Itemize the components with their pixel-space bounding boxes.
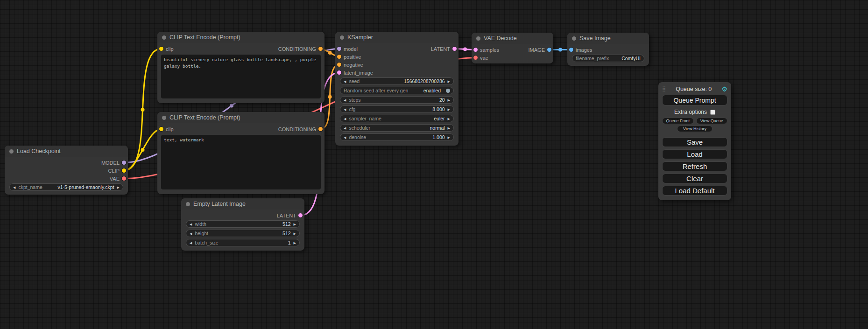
collapse-dot-icon[interactable] [186,202,190,206]
widget-value: enabled [423,88,441,93]
widget-denoise[interactable]: ◀ denoise 1.000 ▶ [340,133,454,141]
view-queue-button[interactable]: View Queue [696,118,728,124]
output-slot-conditioning: CONDITIONING [241,125,325,133]
widget-scheduler[interactable]: ◀ scheduler normal ▶ [340,124,454,132]
collapse-dot-icon[interactable] [162,116,166,120]
node-vae-decode[interactable]: VAE Decode samples IMAGE vae [472,33,553,63]
node-clip-text-encode-positive[interactable]: CLIP Text Encode (Prompt) clip CONDITION… [157,32,325,103]
widget-value: v1-5-pruned-emaonly.ckpt [57,184,114,190]
node-titlebar[interactable]: Load Checkpoint [5,146,128,157]
clear-button[interactable]: Clear [662,174,727,183]
clip-output-port[interactable] [122,168,126,173]
clip-input-port[interactable] [159,127,163,131]
node-titlebar[interactable]: Empty Latent Image [181,198,304,210]
widget-label: denoise [349,134,366,140]
collapse-dot-icon[interactable] [9,149,14,154]
graph-canvas[interactable]: Load Checkpoint MODEL CLIP VAE ◀ ckpt_na… [0,0,868,329]
negative-prompt-textarea[interactable]: text, watermark [161,135,321,189]
queue-prompt-button[interactable]: Queue Prompt [662,95,727,105]
images-input-port[interactable] [569,48,573,52]
node-titlebar[interactable]: CLIP Text Encode (Prompt) [157,112,325,123]
link-clip-to-negative-midpoint-dot [141,148,145,152]
decrement-arrow-icon[interactable]: ◀ [13,186,15,189]
decrement-arrow-icon[interactable]: ◀ [344,98,346,102]
increment-arrow-icon[interactable]: ▶ [448,136,450,139]
increment-arrow-icon[interactable]: ▶ [294,241,296,245]
model-input-port[interactable] [337,47,341,51]
widget-ckpt-name[interactable]: ◀ ckpt_name v1-5-pruned-emaonly.ckpt ▶ [9,183,123,191]
decrement-arrow-icon[interactable]: ◀ [190,232,192,235]
drag-handle-icon[interactable]: ⣿ [662,86,666,92]
increment-arrow-icon[interactable]: ▶ [448,80,450,83]
load-default-button[interactable]: Load Default [662,186,727,196]
decrement-arrow-icon[interactable]: ◀ [344,108,346,111]
extra-options-checkbox[interactable] [710,110,715,115]
increment-arrow-icon[interactable]: ▶ [448,98,450,102]
increment-arrow-icon[interactable]: ▶ [448,117,450,120]
output-slot-clip: CLIP [5,167,128,175]
widget-value: normal [430,125,445,131]
node-titlebar[interactable]: Save Image [567,33,649,44]
widget-width[interactable]: ◀ width 512 ▶ [186,220,300,228]
collapse-dot-icon[interactable] [476,36,480,41]
queue-front-button[interactable]: Queue Front [662,118,694,124]
widget-value: 8.000 [432,106,445,112]
conditioning-output-port[interactable] [318,127,323,131]
node-titlebar[interactable]: KSampler [335,32,459,43]
increment-arrow-icon[interactable]: ▶ [294,232,296,235]
vae-output-port[interactable] [122,176,126,181]
node-save-image[interactable]: Save Image images filename_prefix ComfyU… [567,33,649,66]
decrement-arrow-icon[interactable]: ◀ [190,241,192,245]
widget-filename-prefix[interactable]: filename_prefix ComfyUI [572,55,644,62]
widget-cfg[interactable]: ◀ cfg 8.000 ▶ [340,105,454,113]
samples-input-port[interactable] [473,48,478,52]
model-output-port[interactable] [122,161,126,165]
decrement-arrow-icon[interactable]: ◀ [344,126,346,130]
negative-input-port[interactable] [337,63,341,67]
slot-label: images [576,47,592,53]
refresh-button[interactable]: Refresh [662,161,727,171]
output-slot-latent: LATENT [397,45,459,53]
collapse-dot-icon[interactable] [572,36,576,41]
latent-output-port[interactable] [452,47,457,51]
decrement-arrow-icon[interactable]: ◀ [190,223,192,226]
node-titlebar[interactable]: VAE Decode [472,33,553,44]
widget-random-seed-toggle[interactable]: Random seed after every gen enabled [340,87,454,94]
widget-batch-size[interactable]: ◀ batch_size 1 ▶ [186,239,300,246]
node-load-checkpoint[interactable]: Load Checkpoint MODEL CLIP VAE ◀ ckpt_na… [5,146,128,195]
widget-sampler-name[interactable]: ◀ sampler_name euler ▶ [340,115,454,122]
decrement-arrow-icon[interactable]: ◀ [344,117,346,120]
image-output-port[interactable] [547,48,551,52]
conditioning-output-port[interactable] [318,47,323,51]
increment-arrow-icon[interactable]: ▶ [448,108,450,111]
view-history-button[interactable]: View History [677,126,713,132]
decrement-arrow-icon[interactable]: ◀ [344,80,346,83]
clip-input-port[interactable] [159,47,163,51]
vae-input-port[interactable] [473,56,478,60]
increment-arrow-icon[interactable]: ▶ [448,126,450,130]
increment-arrow-icon[interactable]: ▶ [294,223,296,226]
save-button[interactable]: Save [662,137,727,147]
node-empty-latent-image[interactable]: Empty Latent Image LATENT ◀ width 512 ▶ … [181,198,304,251]
load-button[interactable]: Load [662,149,727,159]
widget-value: 1 [288,240,291,245]
widget-seed[interactable]: ◀ seed 156680208700286 ▶ [340,77,454,85]
input-slot-latent-image: latent_image [335,69,459,77]
positive-prompt-textarea[interactable]: beautiful scenery nature glass bottle la… [161,55,321,98]
settings-gear-icon[interactable]: ⚙ [721,86,727,92]
node-title: Load Checkpoint [17,148,61,154]
slot-label: samples [480,47,499,53]
increment-arrow-icon[interactable]: ▶ [117,186,120,189]
node-ksampler[interactable]: KSampler model LATENT positive negative [335,32,459,146]
latent-output-port[interactable] [298,213,303,217]
toggle-dot-icon[interactable] [446,89,450,93]
positive-input-port[interactable] [337,55,341,59]
widget-steps[interactable]: ◀ steps 20 ▶ [340,96,454,104]
latent-image-input-port[interactable] [337,70,341,75]
widget-height[interactable]: ◀ height 512 ▶ [186,230,300,237]
node-clip-text-encode-negative[interactable]: CLIP Text Encode (Prompt) clip CONDITION… [157,112,325,194]
collapse-dot-icon[interactable] [340,35,344,40]
node-titlebar[interactable]: CLIP Text Encode (Prompt) [157,32,325,43]
collapse-dot-icon[interactable] [162,35,166,40]
decrement-arrow-icon[interactable]: ◀ [344,136,346,139]
